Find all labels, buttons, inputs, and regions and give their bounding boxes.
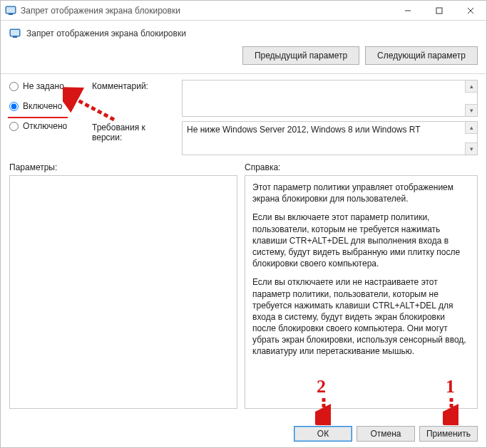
parameters-pane <box>9 175 237 409</box>
requirements-textbox: Не ниже Windows Server 2012, Windows 8 и… <box>182 121 478 155</box>
help-label: Справка: <box>245 162 478 172</box>
radio-enabled-input[interactable] <box>9 102 19 111</box>
radio-enabled[interactable]: Включено <box>9 101 88 111</box>
window-title: Запрет отображения экрана блокировки <box>21 6 392 16</box>
next-setting-button[interactable]: Следующий параметр <box>365 46 478 65</box>
radio-not-configured[interactable]: Не задано <box>9 81 88 91</box>
radio-enabled-label: Включено <box>23 101 62 111</box>
minimize-button[interactable] <box>392 1 424 20</box>
help-paragraph: Если вы отключаете или не настраиваете э… <box>252 276 470 357</box>
help-pane: Этот параметр политики управляет отображ… <box>245 175 478 409</box>
requirements-value: Не ниже Windows Server 2012, Windows 8 и… <box>187 125 421 135</box>
panes: Этот параметр политики управляет отображ… <box>1 175 486 423</box>
scroll-up-icon[interactable]: ▴ <box>465 80 477 93</box>
window-controls <box>392 1 486 20</box>
dialog-footer: ОК Отмена Применить <box>1 423 486 447</box>
cancel-button[interactable]: Отмена <box>357 426 415 442</box>
scroll-down-icon[interactable]: ▾ <box>465 142 477 155</box>
scroll-up-icon[interactable]: ▴ <box>465 122 477 134</box>
svg-rect-9 <box>13 36 17 38</box>
radio-disabled-input[interactable] <box>9 122 19 131</box>
close-button[interactable] <box>455 1 486 20</box>
help-paragraph: Этот параметр политики управляет отображ… <box>252 182 470 204</box>
svg-rect-4 <box>436 8 442 14</box>
requirements-label: Требования к версии: <box>92 121 178 142</box>
upper-grid: Не задано Включено Отключено Комментарий… <box>1 74 486 162</box>
parameters-label: Параметры: <box>9 162 245 172</box>
prev-setting-button[interactable]: Предыдущий параметр <box>242 46 359 65</box>
policy-header: Запрет отображения экрана блокировки <box>1 21 486 43</box>
svg-rect-2 <box>9 14 13 15</box>
radio-disabled-label: Отключено <box>23 121 67 131</box>
svg-rect-8 <box>11 30 19 36</box>
radio-not-configured-input[interactable] <box>9 82 19 91</box>
nav-row: Предыдущий параметр Следующий параметр <box>1 43 486 74</box>
annotation-underline <box>8 117 68 118</box>
comment-label: Комментарий: <box>92 80 178 91</box>
svg-rect-1 <box>6 7 15 13</box>
pane-labels: Параметры: Справка: <box>1 162 486 175</box>
radio-disabled[interactable]: Отключено <box>9 121 88 131</box>
ok-button[interactable]: ОК <box>294 426 352 442</box>
scroll-down-icon[interactable]: ▾ <box>465 104 477 116</box>
titlebar: Запрет отображения экрана блокировки <box>1 1 486 21</box>
policy-editor-window: Запрет отображения экрана блокировки Зап… <box>0 0 487 448</box>
policy-name: Запрет отображения экрана блокировки <box>26 28 478 38</box>
policy-icon <box>9 28 21 39</box>
state-radio-group: Не задано Включено Отключено <box>9 80 88 131</box>
help-paragraph: Если вы включаете этот параметр политики… <box>252 212 470 269</box>
comment-textbox[interactable]: ▴ ▾ <box>182 80 478 117</box>
maximize-button[interactable] <box>424 1 455 20</box>
app-icon <box>5 5 16 16</box>
apply-button[interactable]: Применить <box>419 426 478 442</box>
radio-not-configured-label: Не задано <box>23 81 64 91</box>
